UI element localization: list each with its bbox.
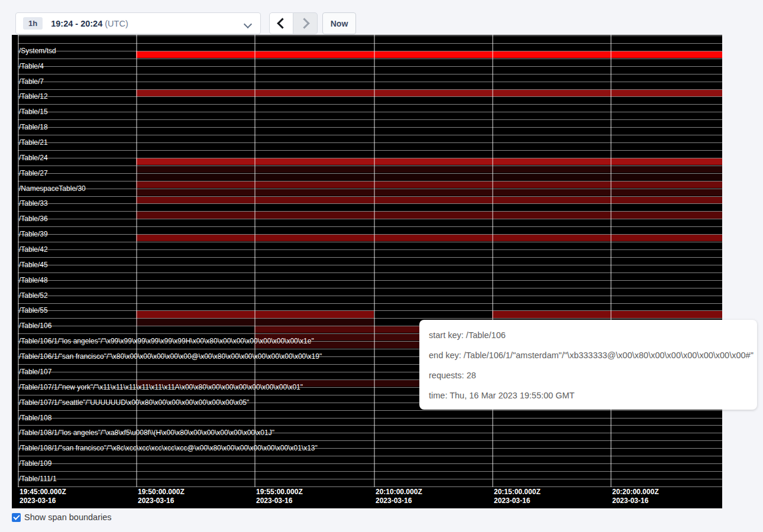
axis-tick-time: 19:45:00.000Z xyxy=(20,488,66,496)
span-boundary-line xyxy=(18,273,722,273)
span-boundary-line xyxy=(18,234,722,235)
hover-tooltip: start key: /Table/106 end key: /Table/10… xyxy=(419,320,757,410)
span-boundary-line xyxy=(18,135,722,135)
heat-band xyxy=(254,326,421,333)
toolbar: 1h 19:24 - 20:24 (UTC) Now xyxy=(0,0,763,35)
span-boundary-line xyxy=(18,196,722,197)
heat-band xyxy=(136,158,722,165)
now-button[interactable]: Now xyxy=(322,12,356,34)
row-label: /Table/52 xyxy=(19,291,48,300)
row-label: /Table/39 xyxy=(19,230,48,238)
span-boundary-line xyxy=(18,74,722,74)
grid-line xyxy=(136,35,137,487)
row-label: /Table/108/1/"san francisco"/"\x8c\xcc\x… xyxy=(19,444,318,452)
range-text: 19:24 - 20:24 (UTC) xyxy=(51,19,128,28)
tooltip-time: time: Thu, 16 Mar 2023 19:55:00 GMT xyxy=(429,385,748,406)
row-label: /Table/111/1 xyxy=(19,475,57,483)
row-label: /Table/33 xyxy=(19,199,48,207)
span-boundary-line xyxy=(18,471,722,472)
show-span-boundaries-label: Show span boundaries xyxy=(24,512,112,522)
span-boundary-line xyxy=(18,89,722,90)
grid-line xyxy=(492,35,493,487)
span-boundary-line xyxy=(18,59,722,59)
span-boundary-line xyxy=(18,158,722,158)
next-range-button[interactable] xyxy=(293,12,318,34)
axis-tick-date: 2023-03-16 xyxy=(376,497,412,505)
span-boundary-line xyxy=(18,150,722,151)
row-label: /Table/15 xyxy=(19,108,48,116)
span-boundary-line xyxy=(18,173,722,174)
span-boundary-line xyxy=(18,303,722,304)
heat-band xyxy=(136,181,722,188)
row-label: /Table/7 xyxy=(19,77,44,86)
chevron-down-icon xyxy=(244,20,252,28)
span-boundary-line xyxy=(18,456,722,456)
check-icon xyxy=(13,513,20,520)
grid-line xyxy=(374,35,375,487)
axis-tick-time: 20:10:00.000Z xyxy=(376,488,422,496)
row-label: /Table/106/1/"san francisco"/"\x80\x00\x… xyxy=(19,352,322,361)
show-span-boundaries-checkbox[interactable] xyxy=(12,513,21,522)
time-range-dropdown[interactable]: 1h 19:24 - 20:24 (UTC) xyxy=(15,12,261,34)
span-boundary-line xyxy=(18,142,722,143)
chevron-right-icon xyxy=(299,18,309,28)
span-boundary-line xyxy=(18,51,722,51)
row-label: /Table/106/1/"los angeles"/"\x99\x99\x99… xyxy=(19,337,314,345)
span-boundary-line xyxy=(18,66,722,67)
span-boundary-line xyxy=(18,43,722,44)
row-label: /Table/108 xyxy=(19,414,51,422)
axis-tick-time: 20:20:00.000Z xyxy=(612,488,659,496)
span-boundary-line xyxy=(18,425,722,426)
span-boundary-line xyxy=(18,96,722,97)
row-label: /Table/42 xyxy=(19,245,48,254)
span-boundary-line xyxy=(18,112,722,112)
heat-band xyxy=(136,189,722,196)
span-boundary-line xyxy=(18,296,722,296)
range-times: 19:24 - 20:24 xyxy=(51,19,105,28)
span-boundary-line xyxy=(18,119,722,120)
span-boundary-line xyxy=(18,249,722,250)
row-label: /Table/107/1/"seattle"/"UUUUUUD\x00\x80\… xyxy=(19,398,249,407)
heat-band xyxy=(136,212,722,218)
span-boundary-line xyxy=(18,486,722,487)
tooltip-requests: requests: 28 xyxy=(429,365,748,385)
axis-tick-date: 2023-03-16 xyxy=(256,497,292,505)
heat-band xyxy=(136,235,722,241)
span-boundary-line xyxy=(18,242,722,242)
axis-tick-date: 2023-03-16 xyxy=(612,497,648,505)
row-label: /Table/36 xyxy=(19,215,48,223)
range-duration-badge: 1h xyxy=(23,17,43,30)
span-boundary-line xyxy=(18,440,722,441)
span-boundary-line xyxy=(18,288,722,288)
range-nav-group xyxy=(269,12,318,34)
axis-tick-time: 19:55:00.000Z xyxy=(256,488,303,496)
row-label: /Table/45 xyxy=(19,261,48,269)
heat-band xyxy=(492,311,722,317)
chevron-left-icon xyxy=(277,18,287,28)
row-label: /Table/27 xyxy=(19,169,48,177)
row-label: /Table/48 xyxy=(19,276,48,284)
heat-band xyxy=(136,90,722,96)
row-label: /Table/107 xyxy=(19,368,51,376)
span-boundary-line xyxy=(18,211,722,212)
range-utc-suffix: (UTC) xyxy=(105,19,128,28)
span-boundary-line xyxy=(18,318,722,319)
span-boundary-line xyxy=(18,82,722,82)
heat-band xyxy=(136,197,722,203)
row-label: /NamespaceTable/30 xyxy=(19,184,86,193)
tooltip-end-key: end key: /Table/106/1/"amsterdam"/"\xb33… xyxy=(429,345,748,365)
axis-tick-date: 2023-03-16 xyxy=(494,497,530,505)
axis-tick-time: 19:50:00.000Z xyxy=(138,488,185,496)
span-boundary-line xyxy=(18,189,722,189)
heat-band xyxy=(136,51,722,58)
span-boundary-line xyxy=(18,127,722,128)
span-boundary-line xyxy=(18,479,722,479)
row-label: /Table/4 xyxy=(19,62,44,70)
prev-range-button[interactable] xyxy=(269,12,293,34)
axis-tick-time: 20:15:00.000Z xyxy=(494,488,541,496)
grid-line xyxy=(610,35,612,487)
axis-tick-date: 2023-03-16 xyxy=(20,497,56,505)
span-boundary-line xyxy=(18,181,722,181)
heat-band xyxy=(136,166,722,173)
key-visualizer-canvas[interactable]: /System/tsd/Table/4/Table/7/Table/12/Tab… xyxy=(12,35,722,508)
